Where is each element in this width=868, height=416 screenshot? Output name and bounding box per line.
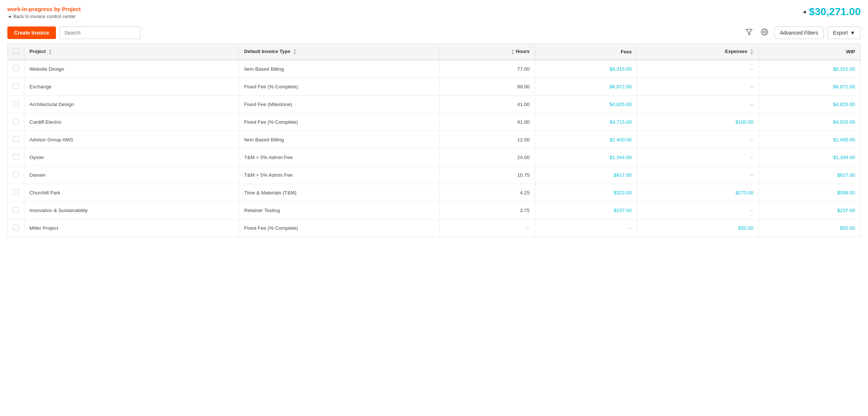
cell-hours: 77.00 (440, 60, 535, 78)
cell-fees[interactable]: $4,715.00 (535, 113, 637, 131)
wip-link[interactable]: $817.00 (837, 172, 855, 178)
cell-expenses[interactable]: $100.00 (637, 113, 759, 131)
wip-link[interactable]: $1,344.00 (833, 155, 855, 160)
back-link[interactable]: ◄ Back to invoice control center (7, 14, 81, 19)
cell-project: Advisor Group AMS (24, 131, 239, 149)
wip-link[interactable]: $6,872.00 (833, 84, 855, 89)
wip-link[interactable]: $50.00 (840, 225, 855, 231)
col-expenses-label: Expenses (725, 49, 748, 54)
cell-expenses[interactable]: $273.00 (637, 184, 759, 202)
cell-wip[interactable]: $1,344.00 (759, 149, 860, 166)
fees-dash: -- (628, 225, 632, 231)
row-checkbox-7[interactable] (13, 189, 19, 195)
row-checkbox-0[interactable] (13, 66, 19, 71)
fees-link[interactable]: $1,344.00 (610, 155, 632, 160)
cell-wip[interactable]: $4,815.00 (759, 113, 860, 131)
expenses-link[interactable]: $50.00 (738, 225, 753, 231)
wip-link[interactable]: $8,315.00 (833, 66, 855, 72)
col-header-wip: WIP (759, 44, 860, 60)
sort-hours-icon[interactable]: ▲▼ (511, 49, 515, 55)
wip-link[interactable]: $4,825.00 (833, 102, 855, 107)
expenses-link[interactable]: $100.00 (735, 119, 754, 125)
cell-project: Churchill Park (24, 184, 239, 202)
row-checkbox-9[interactable] (13, 225, 19, 230)
cell-invoice-type: Item Based Billing (239, 60, 440, 78)
cell-project: Website Design (24, 60, 239, 78)
row-checkbox-8[interactable] (13, 207, 19, 213)
fees-link[interactable]: $323.00 (614, 190, 632, 195)
sort-invoice-type-icon[interactable]: ▲▼ (293, 49, 296, 55)
cell-fees[interactable]: $2,400.00 (535, 131, 637, 149)
create-invoice-button[interactable]: Create Invoice (7, 27, 56, 39)
wip-link[interactable]: $4,815.00 (833, 119, 855, 125)
cell-wip[interactable]: $6,872.00 (759, 78, 860, 96)
row-checkbox-6[interactable] (13, 172, 19, 177)
advanced-filters-button[interactable]: Advanced Filters (774, 27, 823, 39)
cell-fees[interactable]: $8,315.00 (535, 60, 637, 78)
fees-link[interactable]: $8,315.00 (610, 66, 632, 72)
fees-link[interactable]: $2,400.00 (610, 137, 632, 142)
cell-hours: 41.00 (440, 96, 535, 113)
cell-fees[interactable]: $817.00 (535, 166, 637, 184)
cell-fees[interactable]: $6,872.00 (535, 78, 637, 96)
col-project-label: Project (29, 49, 46, 54)
search-input[interactable] (60, 27, 141, 39)
cell-fees[interactable]: $237.00 (535, 202, 637, 219)
filter-icon-button[interactable] (743, 27, 755, 39)
expenses-dash: -- (750, 208, 754, 213)
row-checkbox-2[interactable] (13, 101, 19, 107)
fees-link[interactable]: $237.00 (614, 208, 632, 213)
col-header-fees: Fees (535, 44, 637, 60)
cell-wip[interactable]: $4,825.00 (759, 96, 860, 113)
col-fees-label: Fees (621, 49, 632, 54)
cell-invoice-type: T&M + 5% Admin Fee (239, 149, 440, 166)
svg-marker-0 (746, 29, 752, 35)
fees-link[interactable]: $817.00 (614, 172, 632, 178)
table-row: Miller ProjectFixed Fee (% Complete)----… (8, 219, 860, 237)
sort-expenses-icon[interactable]: ▲▼ (750, 49, 754, 55)
cell-invoice-type: Item Based Billing (239, 131, 440, 149)
row-checkbox-5[interactable] (13, 154, 19, 160)
col-header-invoice-type[interactable]: Default Invoice Type ▲▼ (239, 44, 440, 60)
settings-icon-button[interactable] (759, 27, 770, 39)
cell-invoice-type: Time & Materials (T&M) (239, 184, 440, 202)
cell-fees[interactable]: $4,825.00 (535, 96, 637, 113)
row-checkbox-4[interactable] (13, 136, 19, 142)
col-header-hours[interactable]: ▲▼ Hours (440, 44, 535, 60)
cell-invoice-type: Fixed Fee (% Complete) (239, 219, 440, 237)
wip-link[interactable]: $2,400.00 (833, 137, 855, 142)
cell-invoice-type: T&M + 5% Admin Fee (239, 166, 440, 184)
expenses-dash: -- (750, 137, 754, 142)
expenses-link[interactable]: $273.00 (735, 190, 754, 195)
row-checkbox-3[interactable] (13, 119, 19, 124)
export-button[interactable]: Export ▼ (828, 27, 861, 39)
select-all-header[interactable] (8, 44, 24, 60)
wip-link[interactable]: $237.00 (837, 208, 855, 213)
cell-expenses: -- (637, 96, 759, 113)
cell-wip[interactable]: $50.00 (759, 219, 860, 237)
cell-fees[interactable]: $1,344.00 (535, 149, 637, 166)
row-checkbox-1[interactable] (13, 83, 19, 89)
cell-invoice-type: Fixed Fee (Milestone) (239, 96, 440, 113)
sort-project-icon[interactable]: ▲▼ (49, 49, 52, 55)
table-row: Advisor Group AMSItem Based Billing12.00… (8, 131, 860, 149)
col-header-project[interactable]: Project ▲▼ (24, 44, 239, 60)
cell-wip[interactable]: $237.00 (759, 202, 860, 219)
fees-link[interactable]: $4,715.00 (610, 119, 632, 125)
cell-fees[interactable]: $323.00 (535, 184, 637, 202)
fees-link[interactable]: $4,825.00 (610, 102, 632, 107)
select-all-checkbox[interactable] (13, 48, 19, 54)
cell-project: Architectural Design (24, 96, 239, 113)
expenses-dash: -- (750, 172, 754, 178)
cell-wip[interactable]: $2,400.00 (759, 131, 860, 149)
fees-link[interactable]: $6,872.00 (610, 84, 632, 89)
cell-expenses: -- (637, 131, 759, 149)
cell-hours: 24.00 (440, 149, 535, 166)
cell-wip[interactable]: $8,315.00 (759, 60, 860, 78)
cell-wip[interactable]: $596.00 (759, 184, 860, 202)
cell-project: Oyster (24, 149, 239, 166)
wip-link[interactable]: $596.00 (837, 190, 855, 195)
cell-expenses[interactable]: $50.00 (637, 219, 759, 237)
cell-wip[interactable]: $817.00 (759, 166, 860, 184)
cell-invoice-type: Retainer Testing (239, 202, 440, 219)
